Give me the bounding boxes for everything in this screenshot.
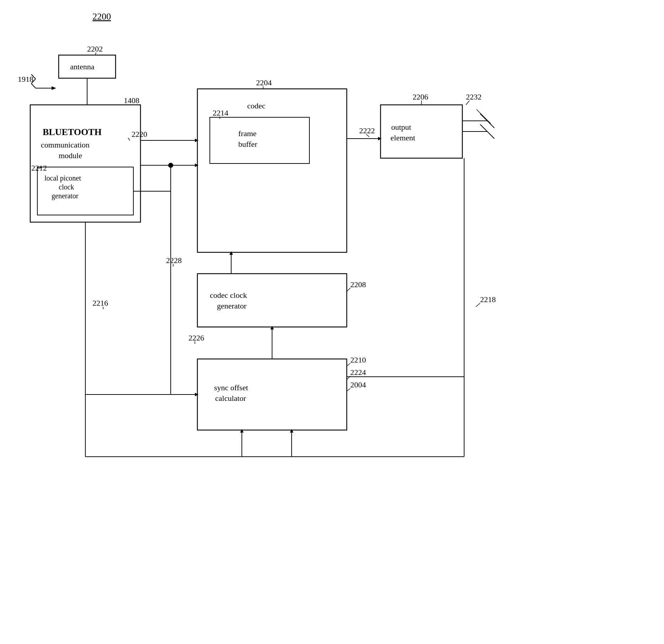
- ref-2202: 2202: [87, 44, 103, 53]
- arrow-junction: [195, 163, 198, 167]
- piconet-text1: local piconet: [44, 174, 81, 182]
- output-text1: output: [391, 123, 411, 132]
- antenna-label: antenna: [70, 62, 95, 71]
- output-box: [381, 105, 462, 158]
- svg-line-23: [347, 363, 350, 366]
- ref-2204: 2204: [256, 78, 272, 87]
- svg-line-15: [477, 109, 491, 124]
- ref-2210: 2210: [350, 355, 366, 364]
- svg-line-25: [347, 388, 350, 391]
- arrow-2220: [195, 139, 198, 142]
- ref-2212: 2212: [31, 163, 47, 172]
- ref-2224: 2224: [350, 368, 366, 377]
- ref-2208: 2208: [350, 280, 366, 289]
- arrow-2226: [270, 326, 274, 329]
- sync-offset-text1: sync offset: [214, 383, 248, 392]
- frame-buffer-box: [210, 117, 309, 163]
- svg-line-35: [476, 303, 480, 307]
- ref-2206: 2206: [413, 92, 428, 101]
- ref-2222: 2222: [359, 126, 375, 135]
- circuit-diagram: 2200 1918 antenna 2202 1408 BLUETOOTH co…: [0, 0, 664, 644]
- sync-offset-text2: calculator: [215, 394, 246, 403]
- ref-2216: 2216: [92, 299, 108, 307]
- ref-2214: 2214: [213, 108, 228, 117]
- svg-line-16: [128, 138, 130, 140]
- ref-1408: 1408: [124, 96, 139, 105]
- codec-clock-text1: codec clock: [210, 291, 247, 300]
- svg-line-22: [347, 288, 350, 291]
- codec-text: codec: [247, 101, 266, 110]
- ref-2218: 2218: [480, 295, 496, 304]
- piconet-text2: clock: [59, 183, 74, 191]
- bt-module-text1: BLUETOOTH: [43, 127, 102, 137]
- bt-module-text2: communication: [41, 140, 90, 149]
- frame-buffer-text1: frame: [238, 129, 256, 138]
- bt-module-text3: module: [59, 151, 82, 160]
- piconet-text3: generator: [52, 192, 79, 200]
- arrow-2222: [378, 137, 382, 140]
- ref-2228: 2228: [166, 256, 182, 265]
- output-text2: element: [391, 133, 415, 142]
- frame-buffer-text2: buffer: [238, 140, 257, 149]
- arrow-2216: [195, 393, 198, 396]
- ref-2220: 2220: [132, 130, 147, 139]
- codec-clock-text2: generator: [217, 301, 247, 310]
- diagram-container: 2200 1918 antenna 2202 1408 BLUETOOTH co…: [0, 0, 664, 644]
- codec-clock-box: [197, 274, 347, 327]
- ref-2232: 2232: [466, 92, 482, 101]
- svg-line-1: [31, 84, 36, 88]
- diagram-title: 2200: [92, 11, 111, 22]
- signal-arrow: [52, 86, 56, 90]
- ref-1918-label: 1918: [18, 75, 33, 84]
- arrow-bottom1: [240, 429, 244, 433]
- ref-2004: 2004: [350, 380, 366, 389]
- ref-2226: 2226: [188, 333, 204, 342]
- arrow-bottom2: [290, 429, 293, 433]
